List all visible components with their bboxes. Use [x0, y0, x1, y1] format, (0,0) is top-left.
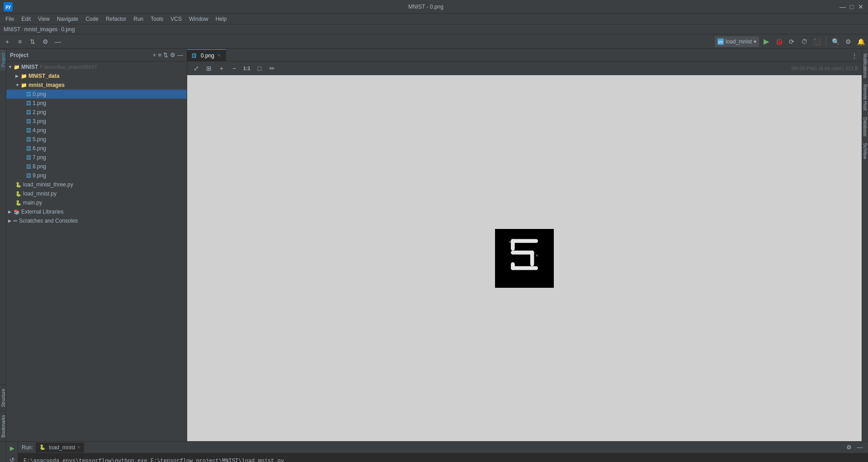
tree-item-external-libs[interactable]: ▶ 📚 External Libraries [6, 207, 187, 216]
run-tab-label: load_mnist [49, 444, 75, 451]
tree-item-mnist-root[interactable]: ▼ 📁 MNIST F:\tensorflow_project\MNIST [6, 62, 187, 71]
tab-close-0-png[interactable]: ✕ [217, 52, 221, 58]
editor-area: 🖼 0.png ✕ ⋮ ⤢ ⊞ + − 1:1 □ ✏ 28×28 PNG (8… [187, 49, 862, 441]
tree-item-9-png[interactable]: 🖼9.png [6, 171, 187, 180]
right-tab-sciview[interactable]: SciView [862, 140, 868, 162]
tree-arrow-scratches: ▶ [8, 219, 13, 223]
menu-navigate[interactable]: Navigate [53, 15, 82, 23]
tree-item-7-png[interactable]: 🖼7.png [6, 153, 187, 162]
img-grid-btn[interactable]: ⊞ [203, 63, 214, 74]
tree-item-8-png[interactable]: 🖼8.png [6, 162, 187, 171]
stop-button[interactable]: ⬛ [811, 36, 822, 47]
profile-button[interactable]: ⏱ [799, 36, 810, 47]
toolbar-sort-btn[interactable]: ⇅ [27, 36, 38, 47]
png-icon-3: 🖼 [26, 119, 31, 124]
project-collapse-btn[interactable]: ≡ [158, 52, 161, 58]
run-config-dropdown-icon: ▾ [754, 38, 756, 45]
menu-help[interactable]: Help [212, 15, 231, 23]
svg-rect-9 [513, 264, 514, 266]
svg-rect-4 [530, 250, 534, 266]
tree-label-main: main.py [23, 200, 42, 206]
png-icon-1: 🖼 [26, 100, 31, 106]
close-button[interactable]: ✕ [857, 3, 864, 10]
menu-file[interactable]: File [2, 15, 18, 23]
svg-rect-8 [536, 254, 538, 256]
run-config-selector[interactable]: py load_mnist ▾ [715, 36, 759, 47]
editor-toolbar-left: ⤢ ⊞ + − 1:1 □ ✏ [191, 63, 278, 74]
tree-label-mnist-images: mnist_images [28, 82, 65, 88]
tree-item-2-png[interactable]: 🖼2.png [6, 108, 187, 117]
tree-label-3-png: 3.png [33, 118, 46, 124]
toolbar-add-btn[interactable]: + [2, 36, 13, 47]
project-options-btn[interactable]: ⇅ [163, 52, 168, 58]
tree-item-3-png[interactable]: 🖼3.png [6, 117, 187, 126]
toolbar-settings-btn[interactable]: ⚙ [40, 36, 51, 47]
menu-run[interactable]: Run [130, 15, 147, 23]
menu-refactor[interactable]: Refactor [102, 15, 130, 23]
editor-tab-0-png[interactable]: 🖼 0.png ✕ [187, 49, 226, 61]
menu-code[interactable]: Code [82, 15, 102, 23]
tree-item-4-png[interactable]: 🖼4.png [6, 126, 187, 135]
project-minimize-btn[interactable]: — [177, 52, 183, 58]
search-everywhere-button[interactable]: 🔍 [830, 36, 841, 47]
sidebar-tab-structure[interactable]: Structure [0, 385, 6, 411]
project-settings-btn[interactable]: ⚙ [170, 52, 175, 58]
img-fit-btn[interactable]: ⤢ [191, 63, 202, 74]
img-edit-btn[interactable]: ✏ [267, 63, 278, 74]
run-button[interactable]: ▶ [761, 36, 772, 47]
breadcrumb-sep-1: › [58, 26, 60, 33]
tree-item-load-minist-three[interactable]: 🐍load_minist_three.py [6, 180, 187, 189]
tree-item-1-png[interactable]: 🖼1.png [6, 99, 187, 108]
run-panel-left-strip [0, 442, 6, 462]
run-settings-icon[interactable]: ⚙ [844, 443, 854, 452]
toolbar-minimize-panel-btn[interactable]: — [52, 36, 63, 47]
run-minimize-btn[interactable]: — [855, 443, 864, 452]
sidebar-tab-bookmarks[interactable]: Bookmarks [0, 411, 6, 441]
img-zoom-out-btn[interactable]: − [229, 63, 240, 74]
menu-view[interactable]: View [34, 15, 53, 23]
run-tab-load-mnist[interactable]: 🐍 load_mnist ✕ [36, 443, 84, 452]
breadcrumb-part-2[interactable]: 0.png [61, 26, 75, 33]
right-tab-database[interactable]: Database [862, 114, 868, 139]
tree-item-0-png[interactable]: 🖼 0.png [6, 90, 187, 99]
run-tab-close[interactable]: ✕ [77, 445, 80, 450]
breadcrumb-part-0[interactable]: MNIST [4, 26, 20, 33]
toolbar-list-btn[interactable]: ≡ [14, 36, 25, 47]
svg-rect-7 [509, 241, 511, 243]
menu-edit[interactable]: Edit [18, 15, 34, 23]
notifications-button[interactable]: 🔔 [855, 36, 866, 47]
right-tab-remote-host[interactable]: Remote Host [862, 81, 868, 113]
folder-icon-mnist: 📁 [14, 64, 20, 70]
run-rerun-btn[interactable]: ↺ [8, 455, 17, 462]
breadcrumb-part-1[interactable]: mnist_images [24, 26, 57, 33]
tree-item-scratches[interactable]: ▶ ✏ Scratches and Consoles [6, 216, 187, 225]
tree-item-main[interactable]: 🐍main.py [6, 198, 187, 207]
tree-item-5-png[interactable]: 🖼5.png [6, 135, 187, 144]
minimize-button[interactable]: — [839, 3, 846, 10]
titlebar-controls: — □ ✕ [839, 3, 864, 10]
coverage-button[interactable]: ⟳ [786, 36, 797, 47]
settings-button[interactable]: ⚙ [843, 36, 854, 47]
img-zoom-fit-btn[interactable]: □ [254, 63, 265, 74]
img-1to1-btn[interactable]: 1:1 [241, 63, 252, 74]
run-play-btn[interactable]: ▶ [8, 443, 17, 452]
tree-label-2-png: 2.png [33, 109, 46, 115]
tree-item-mnist-images[interactable]: ▼ 📁 mnist_images [6, 81, 187, 90]
project-new-btn[interactable]: + [153, 52, 156, 58]
img-zoom-in-btn[interactable]: + [216, 63, 227, 74]
editor-gear-btn[interactable]: ⋮ [849, 50, 860, 61]
tree-item-load-mnist[interactable]: 🐍load_mnist.py [6, 189, 187, 198]
tree-item-6-png[interactable]: 🖼6.png [6, 144, 187, 153]
tree-item-mnist-data[interactable]: ▶ 📁 MNIST_data [6, 71, 187, 81]
sidebar-tab-project[interactable]: Project [0, 49, 6, 71]
menu-window[interactable]: Window [185, 15, 212, 23]
project-header: Project + ≡ ⇅ ⚙ — [6, 49, 187, 62]
maximize-button[interactable]: □ [848, 3, 855, 10]
menu-vcs[interactable]: VCS [167, 15, 185, 23]
tree-label-load-mnist: load_mnist.py [23, 191, 57, 197]
menu-tools[interactable]: Tools [147, 15, 167, 23]
debug-button[interactable]: 🐞 [774, 36, 784, 47]
folder-icon-mnist-images: 📁 [21, 82, 27, 88]
mnist-digit-image [495, 229, 554, 288]
right-tab-notifications[interactable]: Notifications [862, 51, 868, 81]
